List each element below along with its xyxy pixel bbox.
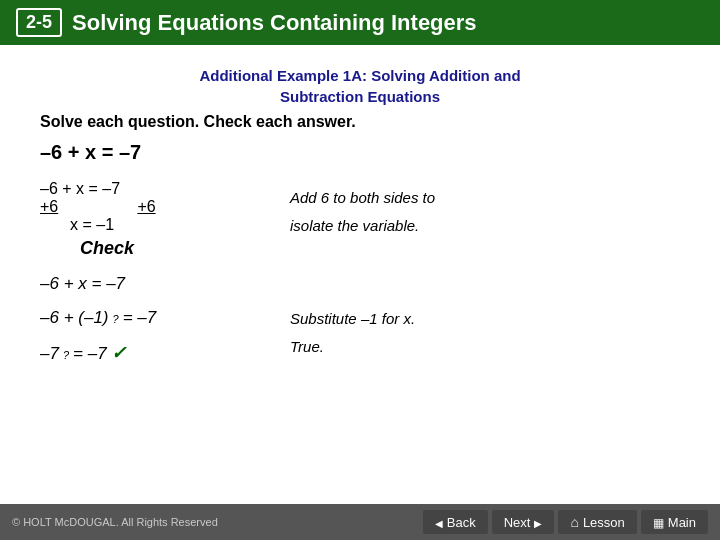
explanation-line2: isolate the variable.	[290, 210, 435, 238]
solution-block: –6 + x = –7 +6 +6 x = –1 Add 6 to both s…	[40, 180, 680, 238]
checkmark-icon: ✓	[111, 335, 126, 371]
check-math: –6 + x = –7 –6 + (–1) ? = –7 –7 ? = –7 ✓	[40, 267, 260, 371]
page-title: Solving Equations Containing Integers	[72, 10, 477, 36]
math-steps: –6 + x = –7 +6 +6 x = –1	[40, 180, 260, 234]
check-line-2: –6 + (–1) ? = –7	[40, 301, 260, 335]
step-line-3: x = –1	[40, 216, 260, 234]
check-line-1: –6 + x = –7	[40, 267, 260, 301]
check-line-3: –7 ? = –7 ✓	[40, 335, 260, 371]
back-arrow-icon	[435, 515, 443, 530]
nav-buttons: Back Next Lesson Main	[423, 510, 708, 534]
explanation-block: Add 6 to both sides to isolate the varia…	[290, 180, 435, 238]
example-subtitle: Additional Example 1A: Solving Addition …	[40, 65, 680, 107]
page-footer: © HOLT McDOUGAL. All Rights Reserved Bac…	[0, 504, 720, 540]
check-label: Check	[80, 238, 680, 259]
brand-text: © HOLT McDOUGAL. All Rights Reserved	[12, 516, 218, 528]
lesson-button[interactable]: Lesson	[558, 510, 636, 534]
main-button[interactable]: Main	[641, 510, 708, 534]
check-explanation-2: True.	[290, 331, 415, 359]
problem-heading: –6 + x = –7	[40, 141, 680, 164]
back-button[interactable]: Back	[423, 510, 488, 534]
check-block: –6 + x = –7 –6 + (–1) ? = –7 –7 ? = –7 ✓…	[40, 267, 680, 371]
next-arrow-icon	[534, 515, 542, 530]
next-button[interactable]: Next	[492, 510, 555, 534]
main-grid-icon	[653, 515, 664, 530]
check-explanation-1: Substitute –1 for x.	[290, 303, 415, 331]
step-line-2: +6 +6	[40, 198, 260, 216]
check-explanations: Substitute –1 for x. True.	[290, 267, 415, 359]
lesson-house-icon	[570, 514, 578, 530]
explanation-line1: Add 6 to both sides to	[290, 182, 435, 210]
main-content: Additional Example 1A: Solving Addition …	[0, 45, 720, 391]
page-header: 2-5 Solving Equations Containing Integer…	[0, 0, 720, 45]
step-line-1: –6 + x = –7	[40, 180, 260, 198]
instruction-text: Solve each question. Check each answer.	[40, 113, 680, 131]
lesson-badge: 2-5	[16, 8, 62, 37]
